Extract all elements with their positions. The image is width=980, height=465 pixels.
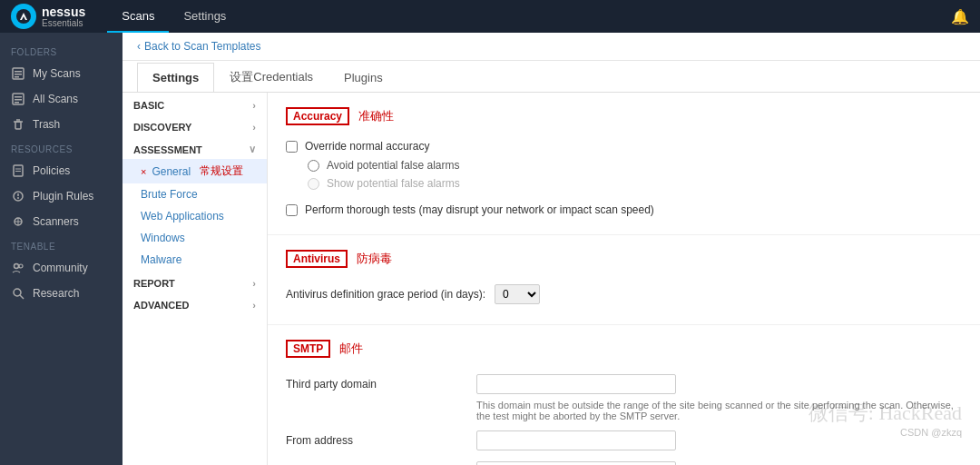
content-area: ‹ Back to Scan Templates Settings 设置Cred… — [122, 33, 980, 465]
sidebar-item-my-scans[interactable]: My Scans — [0, 61, 122, 86]
svg-rect-3 — [15, 74, 22, 75]
advanced-label: ADVANCED — [133, 300, 190, 311]
grace-period-label: Antivirus definition grace period (in da… — [286, 288, 485, 301]
sidebar-item-scanners[interactable]: Scanners — [0, 209, 122, 234]
logo-area: nessus Essentials — [11, 4, 85, 29]
discovery-chevron-icon: › — [252, 122, 256, 133]
my-scans-label: My Scans — [33, 67, 81, 80]
menu-section-discovery[interactable]: DISCOVERY › — [122, 114, 267, 136]
nessus-logo-icon — [11, 4, 36, 29]
general-label: General — [152, 165, 191, 178]
community-icon — [11, 261, 25, 275]
folders-section-label: FOLDERS — [0, 40, 122, 61]
third-party-domain-label: Third party domain — [286, 378, 467, 391]
logo-text-block: nessus Essentials — [42, 5, 85, 28]
tab-plugins[interactable]: Plugins — [328, 63, 398, 92]
menu-item-windows[interactable]: Windows — [122, 227, 267, 249]
logo-text: nessus — [42, 5, 85, 19]
nav-right: 🔔 — [951, 8, 969, 25]
back-arrow-icon: ‹ — [137, 40, 141, 53]
to-address-input[interactable]: postmaster@[AUTO_REPLACED_IP] — [476, 461, 676, 465]
advanced-chevron-icon: › — [252, 300, 256, 311]
trash-icon — [11, 117, 25, 132]
nav-tab-settings[interactable]: Settings — [169, 0, 240, 33]
svg-rect-2 — [15, 71, 22, 73]
menu-item-brute-force[interactable]: Brute Force — [122, 183, 267, 205]
tab-settings[interactable]: Settings — [137, 63, 214, 92]
sidebar-item-trash[interactable]: Trash — [0, 112, 122, 137]
from-address-label: From address — [286, 434, 467, 447]
scanners-icon — [11, 214, 25, 229]
main-layout: FOLDERS My Scans All Scans Trash RESOURC… — [0, 33, 980, 465]
menu-item-web-applications[interactable]: Web Applications — [122, 205, 267, 227]
avoid-false-alarms-row: Avoid potential false alarms — [308, 156, 962, 174]
basic-label: BASIC — [133, 100, 164, 111]
tab-credentials[interactable]: 设置Credentials — [214, 61, 328, 93]
settings-menu: BASIC › DISCOVERY › ASSESSMENT ∨ × Gener… — [122, 93, 268, 465]
malware-label: Malware — [141, 253, 181, 266]
back-link-text: Back to Scan Templates — [144, 40, 261, 53]
community-label: Community — [33, 262, 88, 274]
logo-sub: Essentials — [42, 19, 85, 28]
sidebar-item-policies[interactable]: Policies — [0, 158, 122, 183]
third-party-domain-note: This domain must be outside the range of… — [286, 400, 962, 425]
grace-period-select[interactable]: 0 1 2 3 7 14 — [495, 284, 540, 304]
resources-section-label: RESOURCES — [0, 137, 122, 158]
all-scans-label: All Scans — [33, 93, 78, 105]
brute-force-label: Brute Force — [141, 188, 198, 201]
trash-label: Trash — [33, 118, 60, 131]
antivirus-zh: 防病毒 — [357, 251, 392, 267]
plugin-rules-icon — [11, 189, 25, 203]
menu-section-advanced[interactable]: ADVANCED › — [122, 292, 267, 314]
show-false-alarms-radio[interactable] — [308, 178, 319, 190]
third-party-domain-input[interactable]: example.com — [476, 374, 676, 394]
menu-item-general[interactable]: × General 常规设置 — [122, 159, 267, 183]
from-address-row: From address nobody@example.com — [286, 425, 962, 456]
menu-item-malware[interactable]: Malware — [122, 249, 267, 271]
bell-icon[interactable]: 🔔 — [951, 9, 969, 25]
grace-period-row: Antivirus definition grace period (in da… — [286, 279, 962, 310]
accuracy-sub-options: Avoid potential false alarms Show potent… — [286, 156, 962, 193]
override-accuracy-checkbox[interactable] — [286, 141, 298, 153]
sidebar-item-plugin-rules[interactable]: Plugin Rules — [0, 183, 122, 209]
top-nav: nessus Essentials Scans Settings 🔔 — [0, 0, 980, 33]
override-accuracy-label: Override normal accuracy — [305, 140, 429, 153]
sidebar-item-research[interactable]: Research — [0, 281, 122, 306]
policies-label: Policies — [33, 164, 70, 177]
sidebar-item-community[interactable]: Community — [0, 255, 122, 281]
svg-point-16 — [17, 197, 19, 199]
antivirus-header: Antivirus 防病毒 — [286, 250, 962, 268]
research-label: Research — [33, 287, 79, 300]
antivirus-tag: Antivirus — [286, 250, 348, 268]
nav-tab-scans[interactable]: Scans — [107, 0, 169, 33]
from-address-input[interactable]: nobody@example.com — [476, 430, 676, 450]
thorough-tests-label: Perform thorough tests (may disrupt your… — [305, 203, 654, 216]
svg-line-23 — [20, 295, 24, 299]
svg-point-20 — [15, 264, 19, 269]
menu-section-basic[interactable]: BASIC › — [122, 93, 267, 114]
my-scans-icon — [11, 66, 25, 81]
svg-point-21 — [19, 264, 23, 268]
to-address-row: To address postmaster@[AUTO_REPLACED_IP] — [286, 456, 962, 465]
override-accuracy-row: Override normal accuracy — [286, 136, 962, 156]
close-icon-general: × — [141, 166, 146, 177]
sidebar-item-all-scans[interactable]: All Scans — [0, 86, 122, 112]
smtp-zh: 邮件 — [339, 341, 363, 357]
back-link[interactable]: ‹ Back to Scan Templates — [122, 33, 980, 61]
menu-section-report[interactable]: REPORT › — [122, 271, 267, 292]
discovery-label: DISCOVERY — [133, 122, 191, 133]
all-scans-icon — [11, 92, 25, 106]
web-apps-label: Web Applications — [141, 210, 224, 223]
smtp-section: SMTP 邮件 Third party domain example.com T… — [268, 325, 980, 465]
svg-rect-8 — [15, 102, 19, 104]
assessment-chevron-icon: ∨ — [249, 143, 256, 155]
smtp-tag: SMTP — [286, 340, 330, 358]
accuracy-tag: Accuracy — [286, 107, 349, 125]
avoid-false-alarms-radio[interactable] — [308, 160, 319, 172]
thorough-tests-checkbox[interactable] — [286, 204, 298, 216]
report-label: REPORT — [133, 278, 175, 289]
report-chevron-icon: › — [252, 278, 256, 289]
accuracy-zh: 准确性 — [358, 108, 394, 124]
menu-section-assessment[interactable]: ASSESSMENT ∨ — [122, 136, 267, 159]
sidebar: FOLDERS My Scans All Scans Trash RESOURC… — [0, 33, 122, 465]
